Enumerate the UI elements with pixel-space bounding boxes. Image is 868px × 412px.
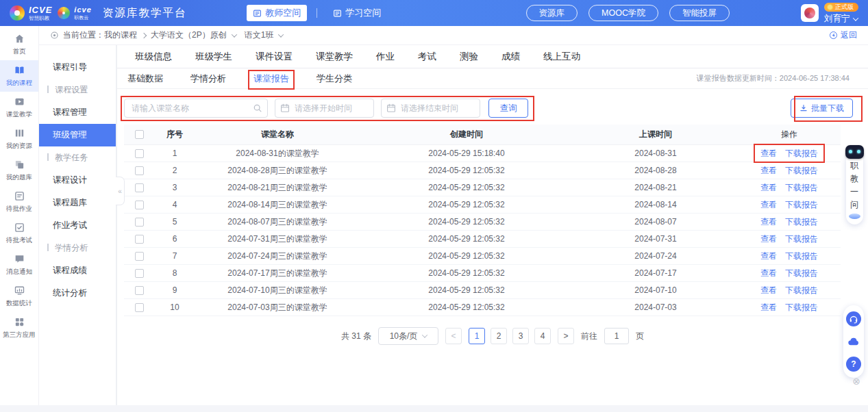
- download-report-link[interactable]: 下载报告: [785, 182, 818, 194]
- main-tab[interactable]: 班级学生: [195, 51, 232, 63]
- download-report-link[interactable]: 下载报告: [785, 165, 818, 177]
- main-tab[interactable]: 班级信息: [135, 51, 172, 63]
- main-tab[interactable]: 课堂教学: [316, 51, 353, 63]
- row-checkbox[interactable]: [135, 166, 144, 175]
- page-number-button[interactable]: 1: [469, 328, 485, 344]
- row-checkbox[interactable]: [135, 303, 144, 312]
- page-number-button[interactable]: 3: [512, 328, 529, 344]
- sub-tab[interactable]: 学生分类: [317, 73, 352, 85]
- submenu-item[interactable]: 课程设计: [39, 169, 116, 192]
- submenu-item[interactable]: 课程设置: [39, 79, 116, 101]
- page-number-button[interactable]: 4: [534, 328, 551, 344]
- batch-download-button[interactable]: 批量下载: [791, 99, 853, 118]
- sidebar-item[interactable]: 课堂教学: [0, 92, 38, 123]
- download-report-link[interactable]: 下载报告: [785, 148, 818, 159]
- sidebar-item[interactable]: 首页: [0, 29, 38, 60]
- main-tab[interactable]: 作业: [376, 51, 395, 63]
- download-center-button[interactable]: [846, 334, 861, 349]
- sidebar-item[interactable]: 我的题库: [0, 155, 38, 186]
- prev-page-button[interactable]: <: [445, 328, 462, 344]
- sidebar-collapse-button[interactable]: «: [116, 177, 125, 205]
- next-page-button[interactable]: >: [558, 328, 574, 344]
- breadcrumb-class-select[interactable]: 语文1班: [245, 29, 284, 41]
- view-link[interactable]: 查看: [760, 199, 777, 211]
- brand-secondary-tagline: 职教云: [74, 15, 91, 20]
- view-link[interactable]: 查看: [760, 250, 777, 262]
- page-number-button[interactable]: 2: [491, 328, 507, 344]
- row-checkbox[interactable]: [135, 149, 144, 158]
- header-pill-button[interactable]: 资源库: [526, 5, 578, 21]
- row-checkbox[interactable]: [135, 201, 144, 209]
- submenu-item[interactable]: 课程管理: [39, 101, 116, 124]
- header-pill-button[interactable]: MOOC学院: [588, 5, 658, 21]
- main-tab[interactable]: 考试: [418, 51, 436, 63]
- submenu-item[interactable]: 教学任务: [39, 146, 116, 169]
- submenu-item[interactable]: 班级管理: [39, 124, 116, 146]
- sub-tab[interactable]: 学情分析: [190, 73, 226, 85]
- sidebar-item[interactable]: 数据统计: [0, 281, 38, 312]
- submenu-item[interactable]: 作业考试: [39, 214, 116, 237]
- class-name-input[interactable]: [124, 99, 268, 118]
- teacher-space-tab[interactable]: 教师空间: [247, 5, 307, 21]
- view-link[interactable]: 查看: [760, 268, 777, 279]
- sidebar-item[interactable]: 消息通知: [0, 249, 38, 281]
- download-report-link[interactable]: 下载报告: [785, 250, 818, 262]
- main-tab[interactable]: 线上互动: [543, 51, 580, 63]
- assistant-widget[interactable]: 职教一问: [844, 145, 865, 224]
- download-report-link[interactable]: 下载报告: [785, 233, 818, 245]
- main-tab[interactable]: 课件设置: [256, 51, 293, 63]
- help-button[interactable]: ?: [846, 357, 861, 372]
- header-pill-button[interactable]: 智能投屏: [669, 5, 730, 21]
- main-tab[interactable]: 成绩: [501, 51, 520, 63]
- support-button[interactable]: [846, 311, 861, 326]
- sidebar-item[interactable]: 我的资源: [0, 123, 38, 155]
- sidebar-item[interactable]: 待批作业: [0, 186, 38, 218]
- breadcrumb-my-courses[interactable]: 我的课程: [104, 29, 137, 41]
- sub-tab[interactable]: 基础数据: [127, 73, 163, 85]
- query-button[interactable]: 查询: [488, 99, 528, 118]
- row-checkbox[interactable]: [135, 183, 144, 192]
- breadcrumb-course-select[interactable]: 大学语文（2P）原创: [151, 29, 236, 41]
- collapse-toolbar-button[interactable]: ⊗: [852, 376, 860, 386]
- breadcrumb-prefix: 当前位置：: [63, 29, 104, 41]
- courses-icon: [14, 65, 25, 75]
- student-space-tab[interactable]: 学习空间: [327, 5, 387, 21]
- view-link[interactable]: 查看: [760, 148, 777, 159]
- submenu-item[interactable]: 统计分析: [39, 282, 116, 305]
- view-link[interactable]: 查看: [760, 233, 777, 245]
- page-size-select[interactable]: 10条/页: [378, 327, 438, 345]
- main-tab[interactable]: 测验: [460, 51, 478, 63]
- select-all-checkbox[interactable]: [135, 130, 144, 139]
- download-report-link[interactable]: 下载报告: [785, 285, 818, 296]
- row-checkbox[interactable]: [135, 218, 144, 227]
- submenu-item[interactable]: 课程引导: [39, 56, 116, 79]
- pending-homework-icon: [14, 191, 25, 201]
- goto-page-input[interactable]: [604, 328, 629, 344]
- row-checkbox[interactable]: [135, 286, 144, 295]
- sidebar-item[interactable]: 第三方应用: [0, 312, 38, 344]
- message-icon: [14, 254, 25, 264]
- sub-tab[interactable]: 课堂报告: [253, 73, 289, 85]
- submenu-item[interactable]: 课程成绩: [39, 259, 116, 282]
- submenu-item[interactable]: 学情分析: [39, 237, 116, 259]
- sidebar-item[interactable]: 我的课程: [0, 60, 38, 92]
- submenu-item-label: 课程设计: [53, 175, 87, 185]
- download-report-link[interactable]: 下载报告: [785, 199, 818, 211]
- user-menu[interactable]: 刘育宁: [824, 14, 858, 23]
- submenu-item[interactable]: 课程题库: [39, 192, 116, 214]
- view-link[interactable]: 查看: [760, 285, 777, 296]
- download-report-link[interactable]: 下载报告: [785, 268, 818, 279]
- download-report-link[interactable]: 下载报告: [785, 302, 818, 313]
- avatar[interactable]: [801, 4, 819, 22]
- view-link[interactable]: 查看: [760, 302, 777, 313]
- download-report-link[interactable]: 下载报告: [785, 216, 818, 228]
- row-checkbox[interactable]: [135, 235, 144, 244]
- view-link[interactable]: 查看: [760, 216, 777, 228]
- view-link[interactable]: 查看: [760, 182, 777, 194]
- row-checkbox[interactable]: [135, 269, 144, 278]
- sidebar-item[interactable]: 待批考试: [0, 218, 38, 249]
- row-checkbox[interactable]: [135, 252, 144, 261]
- back-button[interactable]: 返回: [829, 29, 857, 41]
- view-link[interactable]: 查看: [760, 165, 777, 177]
- column-class-name: 课堂名称: [195, 129, 360, 140]
